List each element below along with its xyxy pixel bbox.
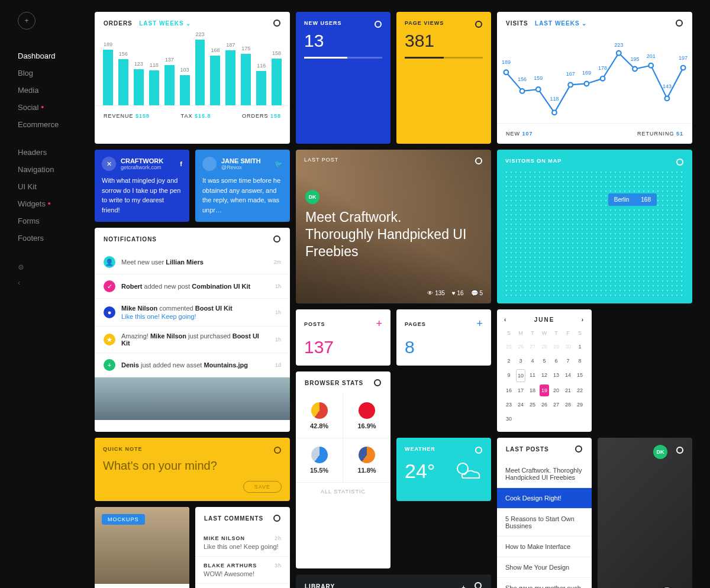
nav-item-footers[interactable]: Footers: [18, 230, 95, 247]
map-marker-label[interactable]: Berlin168: [608, 193, 657, 206]
calendar-day[interactable]: 2: [504, 355, 514, 367]
featured-image-card[interactable]: DK 💬3 ♥21 👁189: [598, 438, 692, 588]
calendar-day[interactable]: 3: [516, 355, 525, 367]
calendar-day[interactable]: 11: [528, 369, 537, 382]
calendar-day[interactable]: 9: [504, 369, 514, 382]
more-icon[interactable]: [475, 446, 483, 454]
collapse-icon[interactable]: ‹: [18, 275, 95, 290]
all-stats-link[interactable]: ALL STATISTIC: [296, 483, 390, 500]
calendar-day[interactable]: 26: [516, 341, 525, 353]
last-post-card[interactable]: LAST POST DK Meet Craftwork. Thoroughly …: [296, 150, 491, 303]
add-page-button[interactable]: +: [476, 318, 483, 330]
calendar-day[interactable]: 14: [563, 369, 573, 382]
visits-tab[interactable]: LAST WEEKS ⌄: [535, 20, 587, 27]
calendar-day[interactable]: 27: [551, 399, 561, 411]
browser-stat-firefox[interactable]: 11.8%: [343, 438, 390, 483]
more-icon[interactable]: [273, 235, 281, 243]
prev-month-button[interactable]: ‹: [504, 316, 507, 323]
nav-item-navigation[interactable]: Navigation: [18, 161, 95, 178]
calendar-day[interactable]: 20: [551, 385, 561, 396]
note-input[interactable]: What's on your mind?: [103, 459, 282, 473]
calendar-day[interactable]: 25: [504, 341, 514, 353]
post-list-item[interactable]: How to Make Interface: [497, 537, 592, 557]
more-icon[interactable]: [575, 445, 583, 453]
post-list-item[interactable]: 5 Reasons to Start Own Bussines: [497, 509, 592, 537]
more-icon[interactable]: [474, 581, 482, 588]
calendar-day[interactable]: 12: [540, 369, 549, 382]
browser-stat-safari[interactable]: 15.5%: [296, 438, 343, 483]
world-map[interactable]: [504, 170, 685, 296]
save-button[interactable]: SAVE: [243, 481, 282, 493]
post-list-item[interactable]: She gave my mother such a turn, that I h…: [497, 578, 592, 588]
calendar-day[interactable]: 27: [528, 341, 537, 353]
calendar-day[interactable]: 18: [528, 385, 537, 396]
nav-item-dashboard[interactable]: Dashboard: [18, 47, 95, 64]
calendar-day[interactable]: 28: [540, 341, 549, 353]
calendar-day[interactable]: 21: [563, 385, 573, 396]
notification-item[interactable]: ★Amazing! Mike Nilson just purchased Boo…: [95, 327, 290, 353]
comment-item[interactable]: DAVID3h@Alexander Protikhin Than-: [195, 584, 290, 588]
add-post-button[interactable]: +: [376, 318, 382, 330]
calendar-day[interactable]: 16: [504, 385, 514, 396]
twitter-card[interactable]: JANE SMITH@Revox 🐦 It was some time befo…: [195, 150, 290, 222]
calendar-day[interactable]: 1: [575, 341, 585, 353]
orders-tab[interactable]: LAST WEEKS ⌄: [139, 20, 191, 27]
bar: 137: [164, 65, 175, 106]
post-list-item[interactable]: Cook Design Right!: [497, 488, 592, 509]
more-icon[interactable]: [475, 20, 483, 28]
calendar-day[interactable]: 30: [504, 413, 514, 425]
calendar-day[interactable]: 24: [516, 399, 525, 411]
notification-item[interactable]: ●Mike Nilson commented Boost UI KitLike …: [95, 299, 290, 327]
nav-item-blog[interactable]: Blog: [18, 64, 95, 82]
calendar-day[interactable]: 6: [551, 355, 561, 367]
more-icon[interactable]: [374, 20, 382, 28]
calendar-day[interactable]: 29: [551, 341, 561, 353]
nav-item-media[interactable]: Media: [18, 82, 95, 99]
add-media-button[interactable]: +: [462, 584, 466, 588]
calendar-day[interactable]: 28: [563, 399, 573, 411]
more-icon[interactable]: [676, 158, 684, 166]
calendar-day[interactable]: 8: [575, 355, 585, 367]
calendar-day[interactable]: 7: [563, 355, 573, 367]
add-button[interactable]: +: [18, 12, 36, 30]
more-icon[interactable]: [475, 157, 483, 165]
comment-item[interactable]: BLAKE ARTHURS3hWOW! Awesome!: [195, 557, 290, 584]
more-icon[interactable]: [675, 19, 683, 27]
calendar-day[interactable]: 30: [563, 341, 573, 353]
browser-stat-chrome[interactable]: 42.8%: [296, 394, 343, 438]
next-month-button[interactable]: ›: [582, 316, 585, 323]
calendar-day[interactable]: 19: [540, 385, 549, 396]
nav-item-ecommerce[interactable]: Ecommerce: [18, 116, 95, 133]
calendar-day[interactable]: 29: [575, 399, 585, 411]
comment-item[interactable]: MIKE NILSON2hLike this one! Keep going!: [195, 529, 290, 557]
calendar-day[interactable]: 22: [575, 385, 585, 396]
notification-item[interactable]: ✓Robert added new post Combination UI Ki…: [95, 274, 290, 299]
more-icon[interactable]: [676, 446, 684, 454]
calendar-day[interactable]: 4: [528, 355, 537, 367]
nav-item-forms[interactable]: Forms: [18, 212, 95, 230]
calendar-day[interactable]: 15: [575, 369, 585, 382]
more-icon[interactable]: [273, 514, 281, 522]
mockups-card[interactable]: MOCKUPS Mac Book Air Mockup 👁 135 ♥ 16 💬…: [95, 507, 189, 588]
calendar-day[interactable]: 23: [504, 399, 514, 411]
facebook-card[interactable]: ✕ CRAFTWORKgetcraftwork.com f With what …: [95, 150, 189, 222]
nav-item-social[interactable]: Social •: [18, 99, 95, 116]
calendar-day[interactable]: 17: [516, 385, 525, 396]
more-icon[interactable]: [273, 446, 282, 454]
post-list-item[interactable]: Meet Craftwork. Thoroghly Handpicked UI …: [497, 460, 592, 488]
nav-item-ui kit[interactable]: UI Kit: [18, 178, 95, 195]
calendar-day[interactable]: 5: [540, 355, 549, 367]
gear-icon[interactable]: ⚙: [18, 260, 95, 275]
notification-item[interactable]: 👤Meet new user Lillian Miers2m: [95, 250, 290, 274]
more-icon[interactable]: [273, 19, 281, 27]
nav-item-headers[interactable]: Headers: [18, 144, 95, 161]
calendar-day[interactable]: 10: [516, 369, 525, 382]
browser-stat-opera[interactable]: 16.9%: [343, 394, 390, 438]
notification-item[interactable]: +Denis just added new asset Mountains.jp…: [95, 353, 290, 377]
calendar-day[interactable]: 13: [551, 369, 561, 382]
post-list-item[interactable]: Show Me Your Design: [497, 557, 592, 578]
nav-item-widgets[interactable]: Widgets •: [18, 195, 95, 212]
more-icon[interactable]: [373, 379, 382, 387]
calendar-day[interactable]: 26: [540, 399, 549, 411]
calendar-day[interactable]: 25: [528, 399, 537, 411]
